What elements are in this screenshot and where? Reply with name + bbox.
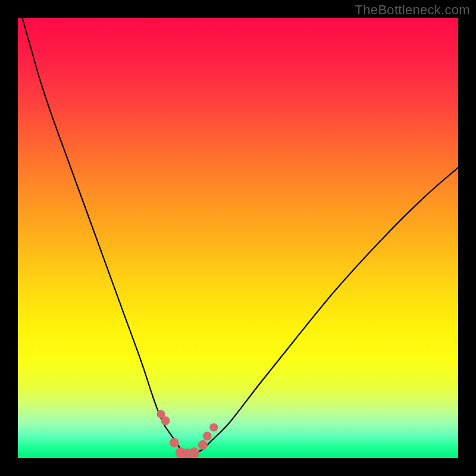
- watermark-text: TheBottleneck.com: [355, 2, 470, 18]
- curve-layer: [18, 18, 458, 458]
- chart-frame: TheBottleneck.com: [0, 0, 476, 476]
- marker-group: [157, 410, 218, 458]
- marker-dot: [198, 440, 208, 450]
- bottleneck-curve: [22, 18, 458, 454]
- marker-dot: [203, 432, 212, 441]
- marker-dot: [189, 447, 199, 458]
- marker-dot: [209, 423, 218, 431]
- marker-dot: [161, 416, 170, 425]
- plot-area: [18, 18, 458, 458]
- marker-dot: [170, 438, 179, 447]
